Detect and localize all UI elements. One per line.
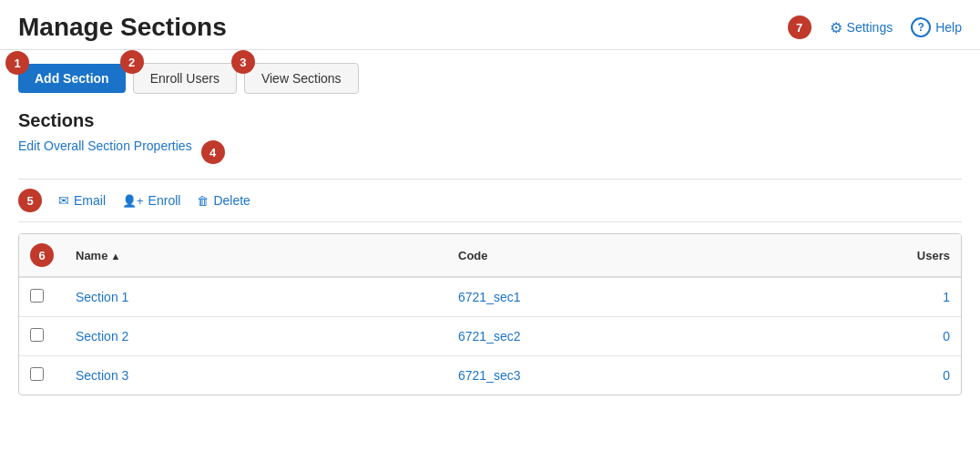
enroll-icon: 👤+ [122, 194, 144, 208]
sections-table: 6 Name▲ Code Users Section 1 6721_sec1 [19, 234, 961, 395]
email-icon [58, 193, 69, 208]
view-sections-button[interactable]: View Sections [244, 63, 359, 94]
section-link-2[interactable]: Section 2 [76, 329, 128, 344]
gear-icon [830, 19, 842, 36]
table-header-name[interactable]: Name▲ [65, 234, 447, 277]
page-title: Manage Sections [18, 13, 227, 42]
step-badge-2: 2 [120, 50, 144, 74]
row-checkbox-cell-1 [19, 277, 65, 317]
enroll-users-button[interactable]: Enroll Users [133, 63, 237, 94]
help-label: Help [935, 20, 962, 35]
table-body: Section 1 6721_sec1 1 Section 2 6721_sec… [19, 277, 961, 395]
help-link[interactable]: Help [911, 17, 962, 37]
step-badge-4: 4 [201, 140, 225, 164]
help-icon [911, 17, 931, 37]
row-checkbox-cell-3 [19, 356, 65, 395]
enroll-button[interactable]: 👤+ Enroll [122, 193, 180, 208]
step-badge-7: 7 [788, 15, 812, 39]
code-link-1[interactable]: 6721_sec1 [458, 290, 521, 304]
add-section-wrap: 1 Add Section [18, 64, 126, 93]
table-header-users[interactable]: Users [793, 234, 961, 277]
row-checkbox-cell-2 [19, 317, 65, 356]
sections-heading: Sections [18, 110, 962, 131]
action-row: 5 Email 👤+ Enroll 🗑 Delete [18, 179, 962, 222]
table-header-code[interactable]: Code [447, 234, 793, 277]
table-row: Section 2 6721_sec2 0 [19, 317, 961, 356]
code-link-2[interactable]: 6721_sec2 [458, 329, 521, 344]
row-checkbox-3[interactable] [30, 367, 44, 381]
row-code-2: 6721_sec2 [447, 317, 793, 356]
delete-button[interactable]: 🗑 Delete [197, 193, 250, 208]
sections-table-container: 6 Name▲ Code Users Section 1 6721_sec1 [18, 233, 962, 395]
section-link-3[interactable]: Section 3 [76, 368, 128, 383]
row-checkbox-2[interactable] [30, 328, 44, 342]
delete-icon: 🗑 [197, 194, 209, 208]
table-header-checkbox-cell: 6 [19, 234, 65, 277]
row-users-3: 0 [793, 356, 961, 395]
edit-overall-section-link[interactable]: Edit Overall Section Properties [18, 139, 192, 153]
delete-label: Delete [213, 193, 250, 208]
step-badge-5: 5 [18, 189, 42, 212]
row-name-2: Section 2 [65, 317, 447, 356]
step-badge-6: 6 [30, 243, 54, 267]
add-section-button[interactable]: Add Section [18, 64, 126, 93]
row-code-3: 6721_sec3 [447, 356, 793, 395]
row-name-1: Section 1 [65, 277, 447, 317]
row-users-1: 1 [793, 277, 961, 317]
top-right-actions: 7 Settings Help [788, 15, 962, 39]
row-users-2: 0 [793, 317, 961, 356]
sort-arrow-name: ▲ [110, 251, 120, 262]
email-button[interactable]: Email [58, 193, 106, 208]
table-header-row: 6 Name▲ Code Users [19, 234, 961, 277]
table-row: Section 3 6721_sec3 0 [19, 356, 961, 395]
top-bar: Manage Sections 7 Settings Help [0, 0, 980, 50]
section-link-1[interactable]: Section 1 [76, 290, 128, 304]
settings-label: Settings [847, 20, 893, 35]
row-code-1: 6721_sec1 [447, 277, 793, 317]
settings-link[interactable]: Settings [830, 19, 893, 36]
table-row: Section 1 6721_sec1 1 [19, 277, 961, 317]
enroll-users-wrap: 2 Enroll Users [133, 63, 237, 94]
view-sections-wrap: 3 View Sections [244, 63, 359, 94]
step-badge-3: 3 [231, 50, 255, 74]
toolbar-row: 1 Add Section 2 Enroll Users 3 View Sect… [18, 63, 962, 94]
enroll-label: Enroll [148, 193, 181, 208]
step-badge-1: 1 [5, 51, 29, 75]
row-checkbox-1[interactable] [30, 289, 44, 303]
content-area: 1 Add Section 2 Enroll Users 3 View Sect… [0, 50, 980, 408]
row-name-3: Section 3 [65, 356, 447, 395]
code-link-3[interactable]: 6721_sec3 [458, 368, 521, 383]
email-label: Email [74, 193, 106, 208]
